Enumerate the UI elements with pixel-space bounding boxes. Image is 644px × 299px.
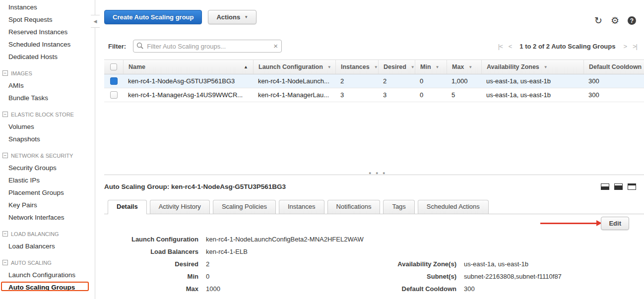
row-checkbox[interactable]	[110, 91, 118, 99]
detail-tabs: Details Activity History Scaling Policie…	[104, 200, 644, 214]
tab-notifications[interactable]: Notifications	[327, 200, 381, 214]
column-label: Default Cooldown	[589, 63, 642, 70]
pane-resize-handle[interactable]: ● ● ●	[104, 175, 644, 175]
filter-input[interactable]	[133, 40, 282, 53]
sidebar-item-launch-configurations[interactable]: Launch Configurations	[0, 269, 95, 281]
cell-desired: 3	[378, 88, 415, 102]
pagination-first-icon[interactable]: |<	[498, 43, 503, 50]
row-checkbox-cell	[104, 88, 123, 102]
help-icon[interactable]: ?	[628, 16, 636, 25]
sidebar-item-instances[interactable]: Instances	[0, 1, 95, 13]
sidebar-collapse-icon[interactable]: ◀	[91, 15, 100, 28]
cell-min: 0	[415, 88, 447, 102]
sidebar-item-snapshots[interactable]: Snapshots	[0, 133, 95, 145]
tab-activity-history[interactable]: Activity History	[150, 200, 210, 214]
sidebar-item-amis[interactable]: AMIs	[0, 79, 95, 92]
detail-panel: Auto Scaling Group: ken-rc4-1-NodeAsg-G5…	[104, 181, 644, 299]
pagination-prev-icon[interactable]: <	[509, 43, 512, 50]
cell-name: ken-rc4-1-NodeAsg-G5TU3P561BG3	[123, 74, 253, 88]
column-header-instances[interactable]: Instances ▼	[335, 60, 378, 74]
sidebar-section-elastic-block-store[interactable]: − ELASTIC BLOCK STORE	[0, 108, 95, 120]
filter-label: Filter:	[108, 43, 126, 50]
pagination-summary: 1 to 2 of 2 Auto Scaling Groups	[519, 43, 615, 50]
tab-tags[interactable]: Tags	[383, 200, 414, 214]
field-label: Availability Zone(s)	[352, 260, 464, 268]
column-header-default-cooldown[interactable]: Default Cooldown	[583, 60, 644, 74]
field-value: 2	[206, 260, 209, 268]
column-header-max[interactable]: Max ▼	[447, 60, 481, 74]
create-auto-scaling-group-button[interactable]: Create Auto Scaling group	[104, 10, 202, 24]
ec2-console: Instances Spot Requests Reserved Instanc…	[0, 0, 644, 299]
sort-caret-icon: ▼	[468, 65, 472, 69]
section-label: NETWORK & SECURITY	[11, 153, 73, 159]
tab-scheduled-actions[interactable]: Scheduled Actions	[418, 200, 489, 214]
sidebar-section-network-security[interactable]: − NETWORK & SECURITY	[0, 149, 95, 162]
table-row[interactable]: ken-rc4-1-ManagerAsg-14US9WWCR... ken-rc…	[104, 88, 644, 102]
column-header-desired[interactable]: Desired ▼	[378, 60, 415, 74]
field-row: Availability Zone(s) us-east-1a, us-east…	[352, 258, 562, 270]
column-header-name[interactable]: Name ▲	[123, 60, 253, 74]
pane-layout-controls	[601, 183, 636, 190]
cell-availability-zones: us-east-1a, us-east-1b	[481, 74, 583, 88]
tab-instances[interactable]: Instances	[279, 200, 324, 214]
field-label: Load Balancers	[104, 248, 206, 255]
column-header-min[interactable]: Min ▼	[415, 60, 447, 74]
edit-button[interactable]: Edit	[601, 217, 629, 230]
cell-name: ken-rc4-1-ManagerAsg-14US9WWCR...	[123, 88, 253, 102]
drag-dots-icon: ● ● ●	[369, 171, 386, 176]
tab-details[interactable]: Details	[108, 200, 147, 214]
detail-fields-right: Availability Zone(s) us-east-1a, us-east…	[352, 258, 562, 299]
sidebar-item-bundle-tasks[interactable]: Bundle Tasks	[0, 92, 95, 104]
actions-button[interactable]: Actions ▼	[208, 10, 257, 24]
sidebar-section-auto-scaling[interactable]: − AUTO SCALING	[0, 256, 95, 269]
cell-instances: 2	[335, 74, 378, 88]
sidebar-item-security-groups[interactable]: Security Groups	[0, 162, 95, 174]
gear-icon[interactable]: ⚙	[611, 16, 619, 25]
table-row[interactable]: ken-rc4-1-NodeAsg-G5TU3P561BG3 ken-rc4-1…	[104, 74, 644, 88]
sidebar-section-images[interactable]: − IMAGES	[0, 67, 95, 79]
collapse-minus-icon: −	[2, 260, 8, 265]
column-header-availability-zones[interactable]: Availability Zones ▼	[481, 60, 583, 74]
cell-launch-configuration: ken-rc4-1-NodeLaunch...	[253, 74, 335, 88]
sidebar-item-auto-scaling-groups[interactable]: Auto Scaling Groups	[1, 282, 89, 291]
field-row: Placement Group	[352, 295, 562, 299]
pagination-next-icon[interactable]: >	[623, 43, 627, 50]
pane-restore-icon[interactable]	[628, 183, 636, 190]
refresh-icon[interactable]: ↻	[594, 16, 602, 25]
pane-split-bottom-icon[interactable]	[601, 183, 609, 190]
sidebar-item-placement-groups[interactable]: Placement Groups	[0, 186, 95, 199]
cell-max: 1,000	[447, 74, 481, 88]
field-label: Launch Configuration	[104, 236, 206, 243]
actions-button-label: Actions	[216, 13, 240, 21]
toolbar: Create Auto Scaling group Actions ▼ ↻ ⚙ …	[104, 10, 644, 24]
column-label: Max	[452, 63, 464, 70]
sidebar-section-load-balancing[interactable]: − LOAD BALANCING	[0, 228, 95, 240]
sidebar-item-volumes[interactable]: Volumes	[0, 120, 95, 133]
clear-filter-icon[interactable]: ×	[273, 42, 278, 50]
select-all-checkbox[interactable]	[110, 63, 117, 70]
annotation-arrow	[540, 223, 596, 224]
sidebar-item-scheduled-instances[interactable]: Scheduled Instances	[0, 38, 95, 51]
pagination-last-icon[interactable]: >|	[633, 43, 637, 50]
field-row: Load Balancers ken-rc4-1-ELB	[104, 245, 644, 258]
column-label: Desired	[384, 63, 406, 70]
sidebar-item-network-interfaces[interactable]: Network Interfaces	[0, 211, 95, 224]
pane-maximize-icon[interactable]	[614, 183, 623, 190]
field-row: Default Cooldown 300	[352, 283, 562, 295]
row-checkbox[interactable]	[110, 77, 118, 85]
column-label: Instances	[341, 63, 370, 70]
sidebar-item-spot-requests[interactable]: Spot Requests	[0, 13, 95, 26]
pagination: |< < 1 to 2 of 2 Auto Scaling Groups > >…	[498, 43, 637, 50]
sidebar-item-key-pairs[interactable]: Key Pairs	[0, 199, 95, 211]
sidebar-item-elastic-ips[interactable]: Elastic IPs	[0, 174, 95, 186]
detail-fields: Launch Configuration ken-rc4-1-NodeLaunc…	[104, 233, 644, 299]
section-label: AUTO SCALING	[11, 260, 52, 266]
column-label: Launch Configuration	[258, 63, 323, 70]
sidebar-item-reserved-instances[interactable]: Reserved Instances	[0, 26, 95, 38]
column-header-launch-configuration[interactable]: Launch Configuration ▼	[253, 60, 335, 74]
sidebar-item-load-balancers[interactable]: Load Balancers	[0, 240, 95, 252]
field-value: 1000	[206, 285, 220, 293]
table-header: Name ▲ Launch Configuration ▼ Instances …	[104, 60, 644, 74]
tab-scaling-policies[interactable]: Scaling Policies	[213, 200, 276, 214]
sidebar-item-dedicated-hosts[interactable]: Dedicated Hosts	[0, 51, 95, 63]
